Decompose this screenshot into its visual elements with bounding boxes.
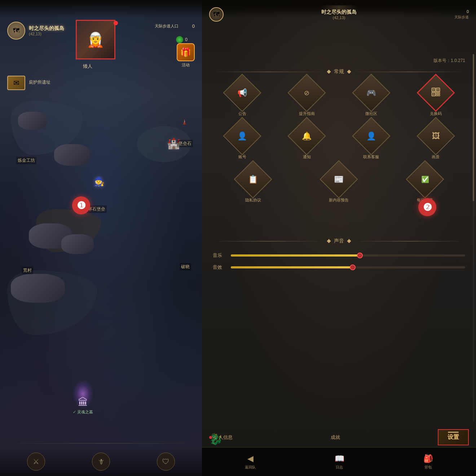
sfx-slider-row: 音效 [213,264,465,271]
right-header: 🗺 时之尽头的孤岛 (42,13) 0 天际步道 [202,7,476,22]
support-icon: 👤 [366,132,376,141]
privacy-icon-diamond: 📋 [234,160,272,198]
fortress-stone-label: 堡垒石 [177,140,193,147]
soul-tomb[interactable]: 🏛 ✓ 灵魂之墓 [72,379,94,415]
divider-line-left-2 [213,241,324,241]
settings-item-announcement[interactable]: 📢 公告 [213,79,272,116]
preview-label: 新内容预告 [329,197,349,203]
guide-icon: ⊘ [304,89,309,97]
right-scroll-thumb[interactable] [473,54,474,201]
music-slider-fill [231,254,360,257]
redeem-icon [431,87,441,99]
settings-item-daily[interactable]: ✅ 每日进度 [385,166,465,203]
alchemy-label: 炼金工坊 [16,157,36,164]
music-label: 音乐 [213,252,225,259]
divider-line-left-1 [213,72,324,72]
right-map-icon[interactable]: 🗺 [209,7,224,22]
right-title: 时之尽头的孤岛 (42,13) [224,9,454,20]
right-scrollbar[interactable] [473,54,474,422]
bottom-tab-log[interactable]: 📖 日志 [335,454,344,470]
settings-item-quality[interactable]: 🖼 画质 [406,123,465,160]
tower-icon: 🗼 [181,119,188,125]
rock-cluster-5 [11,274,65,303]
notification-icon-diamond: 🔔 [288,117,326,155]
character-figure: 🧙 [94,177,105,187]
svg-rect-7 [438,92,440,94]
bottom-nav-left: ⚔ 🗡 🛡 [0,447,202,476]
wasteland-label: 荒村 [22,267,33,274]
redeem-icon-diamond [416,74,455,112]
activity-button[interactable]: 🎁 活动 [177,43,195,68]
divider-line-right-2 [354,241,465,241]
bottom-divider [4,443,198,444]
top-label-right: 天际步道 [454,15,469,20]
broken-label: 破晓 [180,263,191,271]
music-slider-track[interactable] [231,254,465,257]
sfx-label: 音效 [213,264,225,271]
bottom-tabs-right: ◀ 返回队 📖 日志 🎒 背包 [202,447,476,476]
log-icon: 📖 [335,454,344,463]
settings-item-preview[interactable]: 📰 新内容预告 [299,166,379,203]
settings-btn-label: 设置 [448,434,459,440]
settings-active-btn[interactable]: 设置 [438,429,469,445]
location-name: 时之尽头的孤岛 [29,25,64,32]
settings-grid-row2: 👤 账号 🔔 通知 👤 联系客服 🖼 画质 [213,123,465,160]
settings-item-support[interactable]: 👤 联系客服 [342,123,401,160]
rock-cluster-1 [18,112,47,130]
gem-currency: 0 [176,36,188,43]
divider-diamond-3 [327,239,331,243]
dragon-decoration: 🐉 [209,433,222,445]
divider-diamond-1 [327,70,331,74]
svg-rect-9 [438,94,440,96]
map-icon[interactable]: 🗺 [7,22,25,40]
settings-item-community[interactable]: 🎮 微社区 [342,79,401,116]
quality-icon-diamond: 🖼 [416,117,455,155]
character-avatar-box[interactable]: 🧝 [76,20,115,59]
achievements-btn[interactable]: 成就 [331,434,340,441]
gem-icon [176,36,183,43]
mail-icon[interactable]: ✉ [7,76,25,90]
avatar-notification-dot [114,21,118,25]
settings-grid-row1: 📢 公告 ⊘ 提升指南 🎮 微社区 [213,79,465,116]
soul-tomb-label: ✓ 灵魂之墓 [72,409,94,415]
divider-diamond-2 [347,70,351,74]
bottom-tab-bag[interactable]: 🎒 背包 [423,454,433,470]
general-section-divider: 常规 [213,68,465,75]
preview-icon-diamond: 📰 [320,160,358,198]
bottom-left-icon-3[interactable]: 🛡 [157,453,175,471]
preview-icon: 📰 [334,175,344,184]
settings-item-account[interactable]: 👤 账号 [213,123,272,160]
svg-rect-8 [436,94,437,96]
right-header-right: 0 天际步道 [454,9,469,20]
left-panel: 🏰 🗼 🧙 🗺 时之尽头的孤岛 (42,13) 🧝 矮人 天际步道人口 0 0 … [0,0,202,476]
sound-section-divider: 声音 [213,238,465,244]
music-slider-thumb[interactable] [357,253,363,258]
svg-rect-5 [432,93,435,95]
community-icon: 🎮 [366,88,376,98]
announcement-label: 公告 [238,111,246,116]
support-icon-diamond: 👤 [352,117,390,155]
daily-icon-diamond: ✅ [406,160,444,198]
log-label: 日志 [336,465,343,470]
settings-item-redeem[interactable]: 兑换码 [406,79,465,116]
divider-line-right-1 [354,72,465,72]
quality-icon: 🖼 [432,132,440,141]
bottom-tab-return[interactable]: ◀ 返回队 [245,454,256,470]
svg-rect-1 [432,89,435,91]
announcement-icon-diamond: 📢 [223,74,261,112]
rock-cluster-2 [54,144,90,166]
bottom-left-icon-2[interactable]: 🗡 [92,453,110,471]
settings-item-guide[interactable]: ⊘ 提升指南 [277,79,336,116]
bag-label: 背包 [424,465,432,470]
settings-item-notification[interactable]: 🔔 通知 [277,123,336,160]
bottom-left-icon-1[interactable]: ⚔ [27,453,45,471]
settings-item-privacy[interactable]: 📋 隐私协议 [213,166,293,203]
shelter-label: 庇护所遗址 [29,79,50,85]
return-label: 返回队 [245,465,256,470]
announcement-icon: 📢 [237,88,247,98]
sfx-slider-thumb[interactable] [350,264,356,270]
currency-display: 0 [192,23,195,29]
account-icon-diamond: 👤 [223,117,261,155]
general-section-title: 常规 [334,68,344,75]
sfx-slider-track[interactable] [231,266,465,268]
